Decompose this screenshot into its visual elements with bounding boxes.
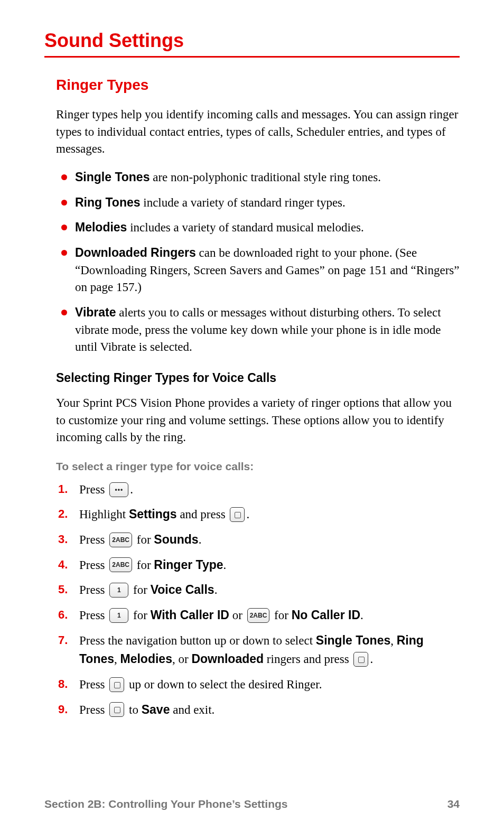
step-text: or [229, 609, 246, 622]
procedure-steps: Press . Highlight Settings and press . P… [56, 480, 460, 719]
section-heading-ringer-types: Ringer Types [56, 77, 460, 94]
step-text: . [214, 583, 218, 596]
step-item: Press 2ABC for Ringer Type. [56, 556, 460, 575]
step-text: Press [79, 583, 108, 596]
step-text: for [274, 609, 292, 622]
keypad-2-icon: 2ABC [247, 608, 270, 623]
step-text: Highlight [79, 508, 129, 521]
list-item: Ring Tones include a variety of standard… [56, 194, 460, 212]
step-item: Press 1 for With Caller ID or 2ABC for N… [56, 606, 460, 625]
sub-intro-paragraph: Your Sprint PCS Vision Phone provides a … [56, 395, 460, 446]
step-text: . [130, 483, 133, 496]
step-bold: Ringer Type [154, 558, 223, 572]
step-text: , or [172, 652, 191, 666]
step-bold: With Caller ID [151, 608, 229, 622]
keypad-2-icon: 2ABC [109, 557, 132, 572]
step-text: Press the navigation button up or down t… [79, 634, 316, 647]
step-text: , [390, 634, 397, 647]
page-footer: Section 2B: Controlling Your Phone’s Set… [44, 798, 460, 810]
step-text: . [199, 533, 202, 546]
step-text: Press [79, 558, 108, 572]
step-text: . [360, 609, 363, 622]
step-text: for [133, 609, 151, 622]
step-text: ringers and press [264, 652, 352, 666]
menu-key-icon [109, 482, 128, 497]
list-item: Melodies includes a variety of standard … [56, 219, 460, 237]
step-text: and press [177, 508, 229, 521]
step-text: Press [79, 609, 108, 622]
step-text: for [137, 533, 154, 546]
step-text: Press [79, 483, 108, 496]
step-text: to [129, 703, 142, 716]
step-item: Press 1 for Voice Calls. [56, 581, 460, 600]
step-text: Press [79, 703, 108, 716]
keypad-1-icon: 1 [109, 608, 128, 623]
bullet-term: Vibrate [75, 305, 116, 319]
step-text: Press [79, 678, 108, 691]
bullet-term: Melodies [75, 220, 127, 234]
footer-section-label: Section 2B: Controlling Your Phone’s Set… [44, 798, 287, 810]
step-bold: No Caller ID [292, 608, 360, 622]
step-item: Press . [56, 480, 460, 499]
bullet-rest: includes a variety of standard musical m… [127, 221, 363, 234]
step-text: . [223, 558, 227, 572]
intro-paragraph: Ringer types help you identify incoming … [56, 106, 460, 158]
bullet-term: Downloaded Ringers [75, 246, 196, 259]
step-text: for [133, 583, 151, 596]
step-bold: Voice Calls [151, 583, 214, 596]
step-item: Highlight Settings and press . [56, 505, 460, 524]
ok-key-icon [230, 507, 245, 522]
list-item: Vibrate alerts you to calls or messages … [56, 304, 460, 356]
step-item: Press the navigation button up or down t… [56, 631, 460, 669]
ringer-type-bullet-list: Single Tones are non-polyphonic traditio… [56, 169, 460, 356]
bullet-term: Single Tones [75, 170, 150, 184]
step-text: . [370, 652, 373, 666]
step-bold: Sounds [154, 533, 198, 546]
step-text: for [137, 558, 154, 572]
step-bold: Downloaded [191, 652, 264, 666]
keypad-2-icon: 2ABC [109, 533, 132, 547]
step-bold: Save [142, 703, 170, 716]
subheading-selecting-ringer-types: Selecting Ringer Types for Voice Calls [56, 371, 460, 385]
step-item: Press to Save and exit. [56, 701, 460, 720]
list-item: Downloaded Ringers can be downloaded rig… [56, 244, 460, 296]
list-item: Single Tones are non-polyphonic traditio… [56, 169, 460, 186]
bullet-rest: alerts you to calls or messages without … [75, 306, 441, 353]
ok-key-icon [109, 677, 124, 692]
step-bold: Melodies [120, 652, 172, 666]
ok-key-icon [353, 652, 368, 667]
bullet-rest: are non-polyphonic traditional style rin… [150, 171, 381, 184]
step-bold: Settings [129, 507, 177, 521]
step-text: , [114, 652, 120, 666]
step-item: Press up or down to select the desired R… [56, 675, 460, 694]
ok-key-icon [109, 702, 124, 717]
step-item: Press 2ABC for Sounds. [56, 530, 460, 549]
step-text: Press [79, 533, 108, 546]
manual-page: Sound Settings Ringer Types Ringer types… [0, 0, 504, 840]
bullet-rest: include a variety of standard ringer typ… [141, 196, 346, 209]
bullet-term: Ring Tones [75, 195, 141, 209]
step-bold: Single Tones [316, 633, 390, 647]
step-text: up or down to select the desired Ringer. [129, 678, 322, 691]
footer-page-number: 34 [447, 798, 460, 810]
step-text: and exit. [170, 703, 214, 716]
step-text: . [246, 508, 249, 521]
keypad-1-icon: 1 [109, 583, 128, 598]
procedure-lead-in: To select a ringer type for voice calls: [56, 460, 460, 473]
page-title: Sound Settings [44, 30, 460, 58]
